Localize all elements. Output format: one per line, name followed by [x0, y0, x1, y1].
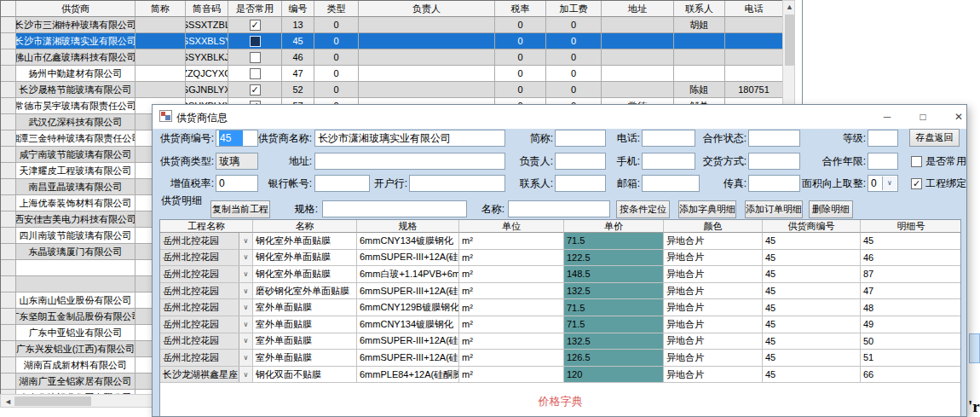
- scroll-left-icon[interactable]: ◄: [4, 398, 12, 406]
- common-checkbox[interactable]: [250, 68, 261, 79]
- unit-cell[interactable]: m²: [459, 283, 564, 300]
- fax-field[interactable]: [748, 175, 800, 192]
- horizontal-scroll-thumb[interactable]: [14, 397, 91, 406]
- grid-cell-abbr[interactable]: [135, 82, 186, 98]
- grid-cell-supplier[interactable]: 四川南玻节能玻璃有限公司: [16, 228, 135, 244]
- grid-cell-contact[interactable]: 陈姐: [674, 82, 725, 98]
- grid-cell-manager[interactable]: [359, 33, 495, 49]
- grid-cell-contact[interactable]: 胡姐: [674, 17, 725, 33]
- grid-cell-type[interactable]: 0: [314, 82, 359, 98]
- chevron-down-icon[interactable]: ∨: [239, 316, 252, 333]
- supplier-no-cell[interactable]: 45: [763, 316, 861, 333]
- unit-cell[interactable]: m²: [459, 266, 564, 283]
- project-cell[interactable]: 岳州北控花园∨: [160, 299, 253, 316]
- coop-status-field[interactable]: [748, 130, 800, 147]
- grid-cell-fee[interactable]: 0: [546, 82, 602, 98]
- chevron-down-icon[interactable]: ∨: [239, 266, 252, 282]
- project-cell[interactable]: 岳州北控花园∨: [160, 233, 253, 250]
- price-cell[interactable]: 126.5: [564, 350, 664, 367]
- spec-cell[interactable]: 6mmSUPER-III+12A(硅...: [357, 283, 459, 300]
- spec-filter-field[interactable]: [322, 200, 467, 217]
- address-field[interactable]: [314, 153, 505, 170]
- grid-cell-type[interactable]: 0: [314, 17, 359, 33]
- grid-cell-supplier[interactable]: 佛山市亿鑫玻璃科技有限公司: [16, 49, 135, 66]
- chevron-down-icon[interactable]: ∨: [239, 299, 252, 316]
- project-cell[interactable]: 岳州北控花园∨: [160, 250, 253, 267]
- grid-cell-supplier[interactable]: 湖南百成新材料有限公司: [16, 357, 135, 374]
- phone-field[interactable]: [642, 130, 695, 147]
- detail-no-cell[interactable]: 87: [861, 266, 961, 283]
- supplier-no-cell[interactable]: 45: [763, 233, 861, 250]
- grid-cell-supplier[interactable]: 西安佳吉美电力科技有限公司: [16, 211, 135, 228]
- grid-cell-supplier[interactable]: 广东坚朗五金制品股份有限公司: [16, 309, 135, 325]
- grid-cell-supplier[interactable]: 广东中亚铝业有限公司: [16, 325, 135, 341]
- abbr-field[interactable]: [555, 130, 606, 147]
- common-checkbox[interactable]: [250, 52, 261, 63]
- grid-cell-addr[interactable]: [602, 17, 674, 33]
- name-cell[interactable]: 钢化室外单面贴膜: [253, 233, 357, 250]
- chevron-down-icon[interactable]: ∨: [239, 333, 252, 350]
- unit-cell[interactable]: m²: [459, 333, 564, 350]
- grid-cell-phone[interactable]: [725, 66, 783, 82]
- grid-cell-supplier[interactable]: 山东南山铝业股份有限公司: [16, 292, 135, 309]
- mobile-field[interactable]: [642, 153, 695, 170]
- chevron-down-icon[interactable]: ∨: [882, 177, 896, 190]
- color-cell[interactable]: 异地合片: [664, 250, 763, 267]
- grid-cell-common[interactable]: [228, 33, 282, 49]
- chevron-down-icon[interactable]: ∨: [239, 350, 252, 366]
- grid-cell-tax[interactable]: 0: [495, 82, 546, 98]
- grid-cell-supplier[interactable]: 广东兴发铝业(江西)有限公司: [16, 341, 135, 357]
- round-up-dropdown[interactable]: 0 ∨: [868, 175, 898, 192]
- supplier-no-cell[interactable]: 45: [763, 250, 861, 267]
- color-cell[interactable]: 异地合片: [664, 299, 763, 316]
- grid-cell-abbr[interactable]: [135, 66, 186, 82]
- project-cell[interactable]: 岳州北控花园∨: [160, 283, 253, 300]
- grid-cell-contact[interactable]: [674, 33, 725, 49]
- grid-cell-num[interactable]: 46: [282, 49, 314, 66]
- unit-cell[interactable]: m²: [459, 233, 564, 250]
- detail-no-cell[interactable]: 66: [861, 367, 961, 384]
- grid-cell-code[interactable]: FSSYXBLKJ...: [186, 49, 228, 66]
- name-filter-field[interactable]: [508, 200, 610, 217]
- grid-cell-supplier[interactable]: 天津耀皮工程玻璃有限公司: [16, 163, 135, 179]
- detail-no-cell[interactable]: 51: [861, 350, 961, 367]
- color-cell[interactable]: 异地合片: [664, 350, 763, 367]
- name-cell[interactable]: 磨砂钢化室外单面贴膜: [253, 283, 357, 300]
- price-cell[interactable]: 71.5: [564, 316, 664, 333]
- grid-cell-supplier[interactable]: 长沙晟格节能玻璃有限公司: [16, 82, 135, 98]
- chevron-down-icon[interactable]: ∨: [239, 250, 252, 266]
- grid-cell-addr[interactable]: [602, 33, 674, 49]
- name-cell[interactable]: 室外单面贴膜: [253, 316, 357, 333]
- grid-cell-tax[interactable]: 0: [495, 49, 546, 66]
- grid-cell-supplier[interactable]: 扬州中勤建材有限公司: [16, 66, 135, 82]
- grid-cell-addr[interactable]: [602, 82, 674, 98]
- grid-cell-manager[interactable]: [359, 49, 495, 66]
- grid-cell-abbr[interactable]: [135, 33, 186, 49]
- detail-no-cell[interactable]: 48: [861, 299, 961, 316]
- close-icon[interactable]: ✕: [941, 105, 967, 129]
- price-cell[interactable]: 71.5: [564, 299, 664, 316]
- manager-field[interactable]: [555, 153, 606, 170]
- grid-cell-manager[interactable]: [359, 66, 495, 82]
- project-cell[interactable]: 岳州北控花园∨: [160, 316, 253, 333]
- grid-cell-abbr[interactable]: [135, 17, 186, 33]
- spec-cell[interactable]: 6mmSUPER-III+12A(硅...: [357, 333, 459, 350]
- detail-no-cell[interactable]: 50: [861, 333, 961, 350]
- grid-cell-supplier[interactable]: 上海优泰装饰材料有限公司: [16, 195, 135, 211]
- grid-cell-addr[interactable]: [602, 49, 674, 66]
- price-cell[interactable]: 132.5: [564, 283, 664, 300]
- bank-account-field[interactable]: [314, 175, 370, 192]
- grid-cell-supplier[interactable]: 南昌亚晶玻璃有限公司: [16, 179, 135, 195]
- grid-cell-phone[interactable]: 180751: [725, 82, 783, 98]
- grid-cell-tax[interactable]: 0: [495, 33, 546, 49]
- grid-cell-fee[interactable]: 0: [546, 33, 602, 49]
- unit-cell[interactable]: m²: [459, 299, 564, 316]
- grid-cell-supplier[interactable]: [16, 276, 135, 292]
- supplier-no-cell[interactable]: 45: [763, 333, 861, 350]
- detail-no-cell[interactable]: 46: [861, 250, 961, 267]
- supplier-no-cell[interactable]: 45: [763, 299, 861, 316]
- grid-cell-type[interactable]: 0: [314, 66, 359, 82]
- grid-cell-tax[interactable]: 0: [495, 66, 546, 82]
- chevron-down-icon[interactable]: ∨: [239, 233, 252, 249]
- grid-cell-supplier[interactable]: 长沙市潇湘玻璃实业有限公司: [16, 33, 135, 49]
